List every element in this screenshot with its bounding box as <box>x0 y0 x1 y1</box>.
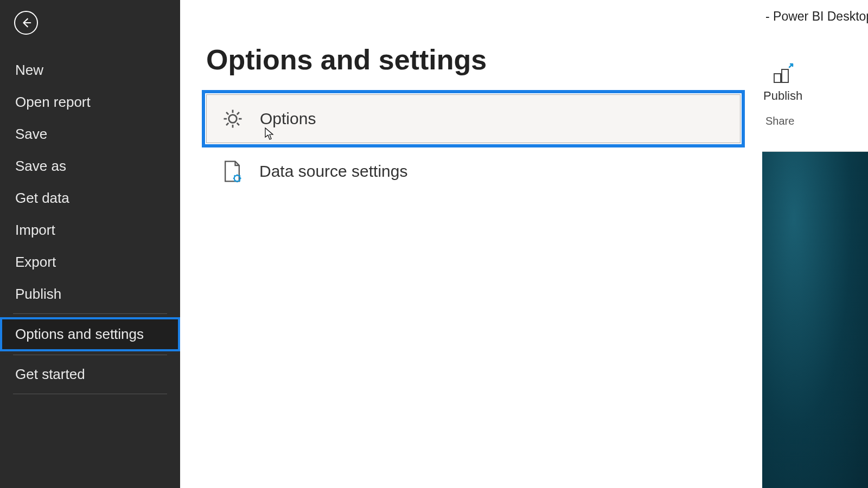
back-button[interactable] <box>14 11 38 35</box>
svg-rect-3 <box>782 69 788 82</box>
svg-point-0 <box>229 115 237 123</box>
svg-rect-2 <box>774 74 781 82</box>
background-window: - Power BI Desktop Publish Share <box>762 0 868 488</box>
back-arrow-icon <box>20 17 32 29</box>
ribbon-group-label: Share <box>762 115 868 127</box>
menu-item-export[interactable]: Export <box>0 246 180 278</box>
file-menu-sidebar: New Open report Save Save as Get data Im… <box>0 0 180 488</box>
gear-icon <box>221 107 245 131</box>
options-button[interactable]: Options <box>206 94 741 143</box>
desktop-background <box>762 152 868 488</box>
app-title-bar: - Power BI Desktop <box>762 0 868 33</box>
data-source-settings-label: Data source settings <box>259 162 407 181</box>
options-label: Options <box>260 110 316 128</box>
menu-divider <box>13 313 167 314</box>
menu-divider <box>13 355 167 355</box>
menu-item-get-data[interactable]: Get data <box>0 182 180 214</box>
file-menu-list: New Open report Save Save as Get data Im… <box>0 54 180 394</box>
publish-label: Publish <box>763 89 802 103</box>
data-source-settings-button[interactable]: Data source settings <box>206 147 741 195</box>
options-and-settings-panel: Options and settings Options Data sourc <box>180 0 762 488</box>
menu-item-get-started[interactable]: Get started <box>0 358 180 390</box>
publish-button[interactable]: Publish <box>762 60 802 103</box>
menu-item-publish[interactable]: Publish <box>0 278 180 310</box>
menu-item-import[interactable]: Import <box>0 214 180 246</box>
publish-icon <box>770 60 796 86</box>
app-title-text: - Power BI Desktop <box>765 9 868 24</box>
menu-item-open-report[interactable]: Open report <box>0 86 180 118</box>
menu-item-options-and-settings[interactable]: Options and settings <box>0 317 180 351</box>
menu-item-new[interactable]: New <box>0 54 180 86</box>
document-gear-icon <box>220 159 244 183</box>
menu-item-save[interactable]: Save <box>0 118 180 150</box>
menu-item-save-as[interactable]: Save as <box>0 150 180 182</box>
ribbon-share-group: Publish Share <box>762 33 868 152</box>
page-title: Options and settings <box>206 43 741 76</box>
menu-divider <box>13 394 167 394</box>
